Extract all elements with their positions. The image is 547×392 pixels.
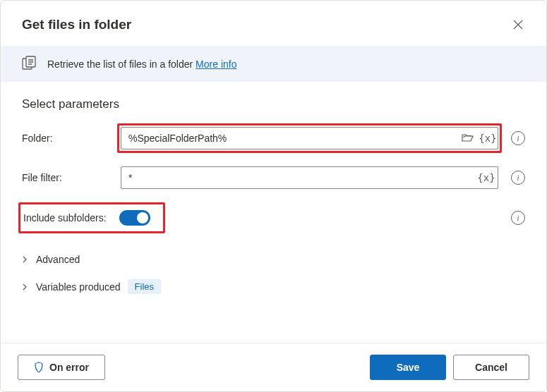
file-filter-input-wrap: {x} — [121, 166, 498, 189]
variables-produced-label: Variables produced — [36, 281, 121, 293]
toggle-knob — [137, 212, 148, 223]
on-error-button[interactable]: On error — [18, 355, 105, 380]
description-strip: Retrieve the list of files in a folder M… — [1, 46, 546, 82]
description-text: Retrieve the list of files in a folder M… — [47, 59, 236, 70]
close-button[interactable] — [507, 13, 529, 36]
dialog-content: Select parameters Folder: {x} i File fil… — [1, 82, 546, 343]
file-filter-row: File filter: {x} i — [22, 166, 525, 189]
include-subfolders-toggle[interactable] — [119, 210, 150, 226]
file-filter-label: File filter: — [22, 172, 114, 183]
include-subfolders-label: Include subfolders: — [23, 212, 107, 223]
folder-variable-button[interactable]: {x} — [480, 130, 495, 146]
dialog-footer: On error Save Cancel — [1, 343, 546, 391]
save-button[interactable]: Save — [370, 355, 446, 380]
cancel-button[interactable]: Cancel — [453, 355, 529, 380]
folder-input-highlight: {x} — [117, 123, 502, 153]
folder-row: Folder: {x} i — [22, 127, 525, 149]
dialog-title: Get files in folder — [22, 17, 131, 32]
folder-input[interactable] — [121, 127, 498, 149]
advanced-expander[interactable]: Advanced — [22, 247, 525, 272]
shield-icon — [34, 362, 44, 373]
folder-open-icon — [462, 133, 474, 143]
include-subfolders-row: Include subfolders: i — [22, 206, 525, 230]
include-subfolders-info-icon[interactable]: i — [511, 211, 525, 225]
dialog-header: Get files in folder — [1, 1, 546, 46]
advanced-label: Advanced — [36, 254, 80, 265]
chevron-right-icon — [22, 283, 29, 290]
section-title: Select parameters — [22, 97, 525, 111]
browse-folder-button[interactable] — [460, 130, 476, 146]
chevron-right-icon — [22, 256, 29, 263]
file-filter-info-icon[interactable]: i — [511, 171, 525, 185]
dialog-get-files-in-folder: Get files in folder Retrieve the list of… — [0, 0, 547, 392]
files-icon — [22, 56, 37, 72]
include-subfolders-highlight: Include subfolders: — [18, 202, 165, 233]
file-filter-variable-button[interactable]: {x} — [479, 170, 494, 185]
variables-produced-expander[interactable]: Variables produced Files — [22, 272, 525, 301]
close-icon — [513, 20, 523, 30]
more-info-link[interactable]: More info — [196, 59, 236, 70]
variables-badge[interactable]: Files — [128, 279, 161, 294]
folder-info-icon[interactable]: i — [511, 131, 525, 145]
folder-label: Folder: — [22, 133, 114, 144]
file-filter-input[interactable] — [121, 166, 498, 189]
